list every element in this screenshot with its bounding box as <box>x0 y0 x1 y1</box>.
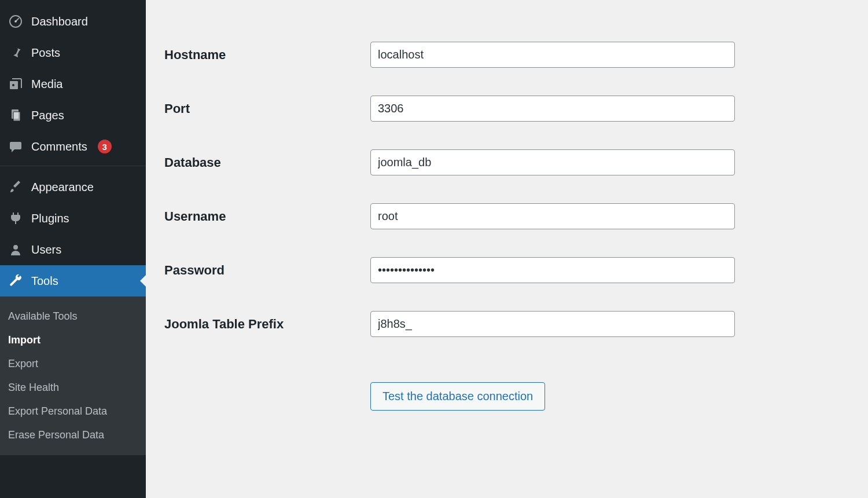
database-label: Database <box>164 155 221 170</box>
submenu-item-erase-personal-data[interactable]: Erase Personal Data <box>0 423 146 447</box>
row-hostname: Hostname <box>162 28 752 82</box>
port-label: Port <box>164 101 190 116</box>
sidebar-submenu-tools: Available Tools Import Export Site Healt… <box>0 296 146 455</box>
prefix-label: Joomla Table Prefix <box>164 317 284 331</box>
hostname-input[interactable] <box>370 42 735 68</box>
page-icon <box>8 108 23 123</box>
password-label: Password <box>164 263 225 277</box>
sidebar-item-label: Appearance <box>31 181 94 194</box>
submenu-item-export[interactable]: Export <box>0 352 146 376</box>
row-port: Port <box>162 82 752 136</box>
svg-point-3 <box>12 84 14 86</box>
sidebar-item-label: Users <box>31 243 61 257</box>
sidebar-item-posts[interactable]: Posts <box>0 37 146 68</box>
username-label: Username <box>164 209 226 224</box>
row-password: Password <box>162 243 752 297</box>
sidebar-item-label: Pages <box>31 109 64 122</box>
hostname-label: Hostname <box>164 47 226 62</box>
main-content: Hostname Port Database Username Password… <box>146 0 868 498</box>
sidebar-item-label: Plugins <box>31 212 69 225</box>
svg-point-1 <box>14 20 17 23</box>
sidebar-item-users[interactable]: Users <box>0 234 146 265</box>
username-input[interactable] <box>370 203 735 229</box>
plug-icon <box>8 211 23 226</box>
svg-rect-5 <box>13 112 20 121</box>
comment-icon <box>8 139 23 154</box>
row-database: Database <box>162 136 752 189</box>
sidebar-item-media[interactable]: Media <box>0 68 146 100</box>
row-prefix: Joomla Table Prefix <box>162 297 752 351</box>
sidebar-item-label: Tools <box>31 274 58 288</box>
sidebar-item-label: Posts <box>31 46 60 60</box>
port-input[interactable] <box>370 96 735 122</box>
prefix-input[interactable] <box>370 311 735 337</box>
row-action: Test the database connection <box>162 351 752 424</box>
wrench-icon <box>8 273 23 288</box>
comments-count-badge: 3 <box>98 140 112 153</box>
submenu-item-import[interactable]: Import <box>0 328 146 352</box>
test-connection-button[interactable]: Test the database connection <box>370 382 545 411</box>
sidebar-item-comments[interactable]: Comments 3 <box>0 131 146 162</box>
submenu-item-site-health[interactable]: Site Health <box>0 376 146 400</box>
sidebar-item-pages[interactable]: Pages <box>0 100 146 131</box>
sidebar-item-dashboard[interactable]: Dashboard <box>0 6 146 37</box>
menu-separator <box>0 166 146 171</box>
pin-icon <box>8 45 23 60</box>
submenu-item-available-tools[interactable]: Available Tools <box>0 305 146 328</box>
dashboard-icon <box>8 14 23 29</box>
brush-icon <box>8 180 23 195</box>
sidebar-item-label: Comments <box>31 140 87 153</box>
sidebar-item-label: Media <box>31 78 62 91</box>
password-input[interactable] <box>370 257 735 283</box>
database-input[interactable] <box>370 149 735 175</box>
sidebar-item-label: Dashboard <box>31 15 88 28</box>
submenu-item-export-personal-data[interactable]: Export Personal Data <box>0 400 146 423</box>
svg-point-6 <box>13 245 18 250</box>
admin-sidebar: Dashboard Posts Media Pages Comments 3 A… <box>0 0 146 498</box>
sidebar-item-tools[interactable]: Tools <box>0 265 146 296</box>
media-icon <box>8 76 23 91</box>
sidebar-item-appearance[interactable]: Appearance <box>0 171 146 203</box>
connection-form: Hostname Port Database Username Password… <box>162 28 752 424</box>
sidebar-item-plugins[interactable]: Plugins <box>0 203 146 234</box>
row-username: Username <box>162 189 752 243</box>
user-icon <box>8 242 23 257</box>
